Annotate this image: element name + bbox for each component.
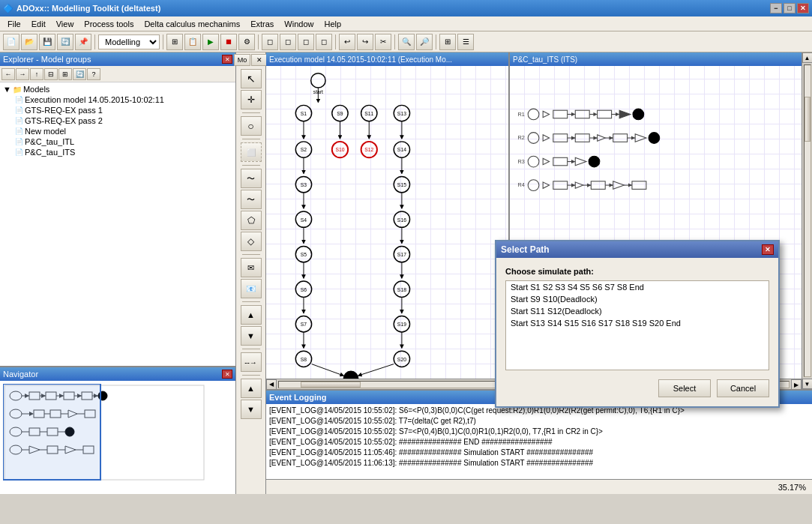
main-scroll-thumb-v[interactable] — [805, 97, 811, 142]
arrow-up-2[interactable]: ▲ — [241, 379, 262, 398]
grid-button[interactable]: ⊞ — [166, 34, 183, 50]
tree-item-label-6: P&C_tau_ITS — [25, 148, 75, 157]
tb-extra2[interactable]: ◻ — [280, 34, 296, 50]
redo-button[interactable]: ↪ — [357, 34, 373, 50]
menu-file[interactable]: File — [3, 18, 25, 30]
scroll-left-btn[interactable]: ◀ — [266, 379, 277, 390]
open-button[interactable]: 📂 — [21, 34, 37, 50]
menu-delta-calculus[interactable]: Delta calculus mechanims — [139, 18, 244, 30]
ex-help-button[interactable]: ? — [87, 68, 100, 80]
refresh-button[interactable]: 🔄 — [57, 34, 73, 50]
zoom-in-button[interactable]: 🔍 — [398, 34, 415, 50]
shape-toolbar: Mo ✕ ↖ ✛ ○ ⬜ 〜 〜 ⬠ ◇ ✉ 📧 ▲ ▼ --→ ▲ ▼ — [236, 52, 266, 494]
tb-extra3[interactable]: ◻ — [298, 34, 314, 50]
path-item-4[interactable]: Start S13 S14 S15 S16 S17 S18 S19 S20 En… — [506, 317, 769, 329]
ex-collapse-button[interactable]: ⊟ — [44, 68, 58, 80]
settings-button[interactable]: ⚙ — [238, 34, 255, 50]
dashed-arrow-tool[interactable]: --→ — [241, 352, 262, 372]
play-green-button[interactable]: ▶ — [202, 34, 219, 50]
svg-marker-103 — [543, 111, 549, 117]
main-scrollbar-v[interactable]: ▲ ▼ — [802, 52, 812, 389]
maximize-button[interactable]: □ — [784, 3, 796, 13]
path-item-3[interactable]: Start S11 S12(Deadlock) — [506, 305, 769, 317]
menu-help[interactable]: Help — [319, 18, 346, 30]
path-item-2[interactable]: Start S9 S10(Deadlock) — [506, 293, 769, 305]
navigator-close-button[interactable]: ✕ — [222, 370, 232, 379]
tree-item-pnc-tau-its[interactable]: 📄 P&C_tau_ITS — [13, 147, 234, 157]
menu-window[interactable]: Window — [280, 18, 318, 30]
circle-tool[interactable]: ○ — [241, 116, 262, 136]
right-scroll-right[interactable]: ▶ — [791, 379, 802, 389]
separator-6 — [436, 34, 436, 49]
dialog-path-list[interactable]: Start S1 S2 S3 S4 S5 S6 S7 S8 End Start … — [505, 280, 769, 370]
explorer-close-button[interactable]: ✕ — [222, 55, 232, 64]
left-canvas-scrollbar-h[interactable]: ◀ ▶ — [266, 379, 508, 389]
mail-tool[interactable]: 📧 — [241, 279, 262, 298]
new-button[interactable]: 📄 — [3, 34, 19, 50]
cross-tool[interactable]: ✛ — [241, 90, 262, 109]
root-folder-icon: 📁 — [13, 85, 22, 94]
select-button[interactable]: Select — [658, 379, 711, 397]
tree-item-gts-req-ex-pass2[interactable]: 📄 GTS-REQ-EX pass 2 — [13, 115, 234, 126]
svg-text:S7: S7 — [301, 322, 307, 327]
tree-item-gts-req-ex-pass1[interactable]: 📄 GTS-REQ-EX pass 1 — [13, 105, 234, 115]
tree-root[interactable]: ▼ 📁 Models — [1, 84, 234, 94]
model-tab[interactable]: Mo — [234, 54, 250, 66]
menu-extras[interactable]: Extras — [246, 18, 278, 30]
mode-dropdown[interactable]: Modelling Simulation Analysis — [98, 34, 160, 49]
close-button[interactable]: ✕ — [797, 3, 809, 13]
scroll-down-btn[interactable]: ▼ — [241, 326, 262, 346]
cancel-button[interactable]: Cancel — [717, 379, 769, 397]
separator-2 — [163, 34, 163, 49]
tree-item-execution-model[interactable]: 📄 Execution model 14.05.2015-10:02:11 — [13, 94, 234, 105]
align-button[interactable]: ⊞ — [439, 34, 456, 50]
cursor-tool[interactable]: ↖ — [241, 69, 262, 88]
diamond-tool[interactable]: ◇ — [241, 232, 262, 251]
arrange-button[interactable]: ☰ — [457, 34, 474, 50]
stop-button[interactable]: ⏹ — [220, 34, 237, 50]
tb-extra1[interactable]: ◻ — [262, 34, 278, 50]
doc-icon-2: 📄 — [15, 106, 23, 114]
arrow-down-2[interactable]: ▼ — [241, 400, 262, 419]
save-button[interactable]: 💾 — [39, 34, 55, 50]
palette-separator-3 — [242, 165, 260, 166]
navigator-panel: Navigator ✕ — [0, 367, 235, 494]
scroll-up-btn[interactable]: ▲ — [802, 52, 813, 63]
dialog-buttons: Select Cancel — [505, 376, 769, 397]
menu-view[interactable]: View — [52, 18, 79, 30]
wave-tool-2[interactable]: 〜 — [241, 190, 262, 209]
scroll-down-btn-v[interactable]: ▼ — [802, 379, 813, 389]
scroll-up-btn[interactable]: ▲ — [241, 305, 262, 325]
ex-expand-button[interactable]: ⊞ — [58, 68, 72, 80]
tree-root-label: Models — [23, 85, 49, 94]
wavy-line-tool[interactable]: 〜 — [241, 169, 262, 188]
copy-button[interactable]: 📋 — [184, 34, 201, 50]
tb-extra4[interactable]: ◻ — [316, 34, 332, 50]
menu-process-tools[interactable]: Process tools — [79, 18, 138, 30]
svg-point-39 — [311, 73, 325, 88]
path-item-1[interactable]: Start S1 S2 S3 S4 S5 S6 S7 S8 End — [506, 281, 769, 293]
menu-edit[interactable]: Edit — [27, 18, 50, 30]
dialog-titlebar: Select Path ✕ — [496, 241, 778, 258]
ex-up-button[interactable]: ↑ — [30, 68, 43, 80]
close-panel-btn[interactable]: ✕ — [251, 54, 268, 66]
undo-button[interactable]: ↩ — [339, 34, 355, 50]
envelope-tool[interactable]: ✉ — [241, 258, 262, 277]
left-diagram-canvas[interactable]: Execution model 14.05.2015-10:02:11 (Exe… — [266, 52, 509, 389]
bookmark-button[interactable]: 📌 — [75, 34, 91, 50]
tree-item-pnc-tau-itl[interactable]: 📄 P&C_tau_ITL — [13, 136, 234, 147]
svg-rect-38 — [3, 384, 100, 480]
zoom-out-button[interactable]: 🔎 — [416, 34, 433, 50]
minimize-button[interactable]: − — [770, 3, 782, 13]
tree-item-new-model[interactable]: 📄 New model — [13, 126, 234, 136]
pentagon-tool[interactable]: ⬠ — [241, 211, 262, 230]
dashed-rect-tool[interactable]: ⬜ — [241, 142, 262, 162]
event-log-content[interactable]: [EVENT_LOG@14/05/2015 10:55:02]: S6=<P(0… — [266, 404, 812, 479]
doc-icon-5: 📄 — [15, 138, 23, 145]
dialog-close-button[interactable]: ✕ — [762, 244, 774, 255]
cut-button[interactable]: ✂ — [375, 34, 391, 50]
ex-back-button[interactable]: ← — [1, 68, 15, 80]
ex-forward-button[interactable]: → — [16, 68, 29, 80]
scroll-thumb-h[interactable] — [301, 382, 361, 388]
ex-refresh-button[interactable]: 🔄 — [73, 68, 86, 80]
